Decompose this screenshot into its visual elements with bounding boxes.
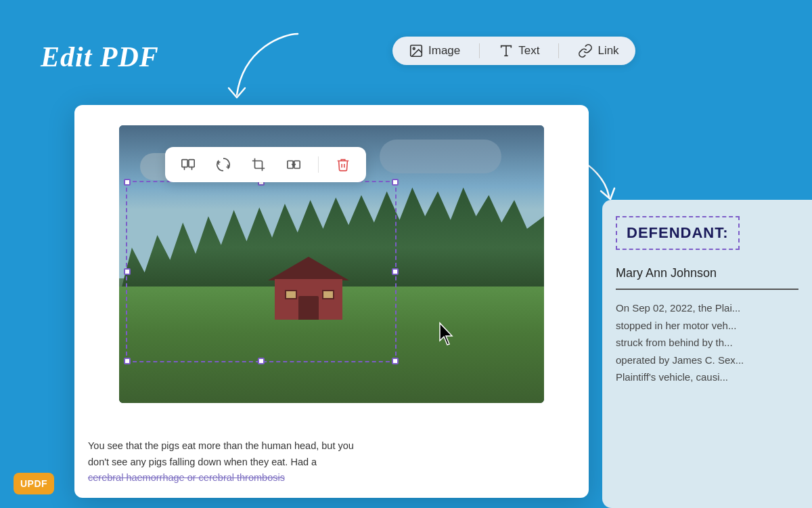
replace-icon [181, 157, 196, 172]
pdf-image-container[interactable] [119, 125, 544, 403]
pdf-text-line2: don't see any pigs falling down when the… [88, 457, 317, 467]
delete-icon [336, 157, 351, 172]
delete-image-btn[interactable] [332, 154, 354, 175]
toolbar-link-label: Link [597, 44, 618, 58]
legal-document-panel: DEFENDANT: Mary Ann Johnson On Sep 02, 2… [602, 200, 812, 508]
pdf-text-line3: cerebral haemorrhage or cerebral thrombo… [88, 472, 285, 483]
image-edit-toolbar [165, 147, 366, 182]
defendant-label: DEFENDANT: [627, 224, 729, 241]
rotate-image-btn[interactable] [212, 154, 234, 175]
defendant-name: Mary Ann Johnson [616, 261, 798, 290]
link-icon [578, 43, 593, 58]
barn-window-right [322, 290, 334, 299]
barn-building [268, 259, 349, 320]
pdf-document: You see that the pigs eat more than the … [74, 105, 589, 498]
extract-icon [286, 157, 301, 172]
barn-window-left [285, 290, 297, 299]
toolbar-sep-2 [558, 43, 559, 58]
pdf-body-text: You see that the pigs eat more than the … [88, 438, 575, 486]
barn-roof [268, 257, 349, 280]
defendant-box: DEFENDANT: [616, 216, 740, 250]
image-icon [409, 43, 424, 58]
image-toolbar-separator [318, 156, 319, 173]
svg-point-1 [413, 47, 415, 49]
crop-icon [251, 157, 266, 172]
svg-rect-4 [182, 160, 187, 167]
extract-image-btn[interactable] [283, 154, 304, 175]
updf-logo: UPDF [14, 473, 54, 494]
text-icon [499, 43, 514, 58]
replace-image-btn[interactable] [177, 154, 199, 175]
toolbar-text-label: Text [518, 44, 539, 58]
legal-body-text: On Sep 02, 2022, the Plai... stopped in … [616, 299, 798, 386]
svg-rect-5 [189, 160, 194, 167]
rotate-icon [216, 157, 231, 172]
barn-body [275, 279, 342, 320]
toolbar-sep-1 [479, 43, 480, 58]
arrow-decoration-1 [203, 27, 338, 115]
crop-image-btn[interactable] [248, 154, 269, 175]
pdf-text-line1: You see that the pigs eat more than the … [88, 440, 354, 451]
toolbar-image-label: Image [428, 44, 460, 58]
page-title: Edit PDF [41, 41, 159, 73]
toolbar-text-btn[interactable]: Text [499, 43, 539, 58]
barn-door [298, 296, 319, 320]
toolbar-link-btn[interactable]: Link [578, 43, 618, 58]
edit-toolbar: Image Text Link [392, 37, 635, 65]
toolbar-image-btn[interactable]: Image [409, 43, 460, 58]
cloud-2 [380, 140, 501, 173]
